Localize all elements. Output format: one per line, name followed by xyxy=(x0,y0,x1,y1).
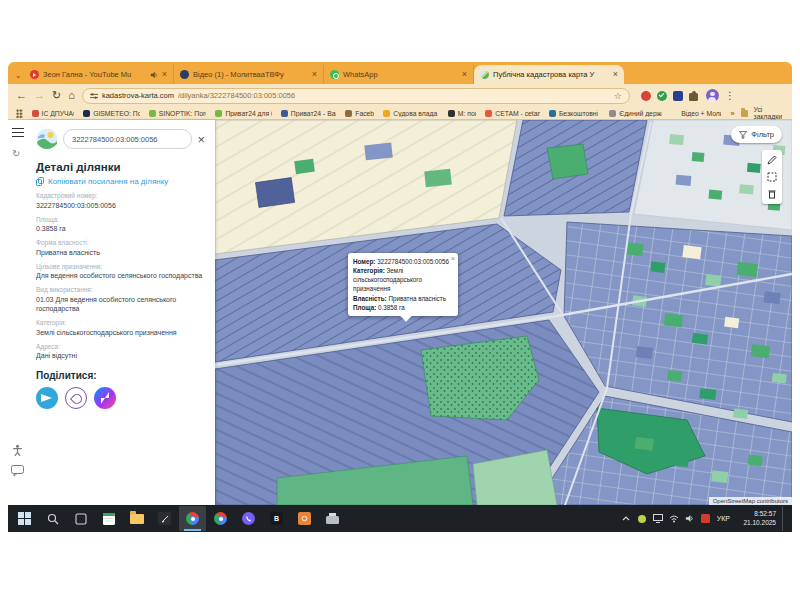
tab-cadastral-map[interactable]: Публічна кадастрова карта У × xyxy=(474,65,624,84)
copy-parcel-link[interactable]: Копіювати посилання на ділянку xyxy=(36,177,205,186)
home-icon[interactable]: ⌂ xyxy=(68,90,75,101)
bookmark-star-icon[interactable]: ☆ xyxy=(614,91,622,101)
extension-adblock-icon[interactable] xyxy=(641,91,651,101)
bookmarks-overflow-icon[interactable]: » xyxy=(730,109,734,118)
bookmark-item[interactable]: GISMETEO: Погода... xyxy=(83,110,140,117)
bookmark-item[interactable]: Єдиний державни... xyxy=(609,110,662,117)
orange-app-icon xyxy=(298,512,311,525)
site-settings-icon[interactable] xyxy=(90,92,98,100)
bookmark-item[interactable]: Судова влада Укра... xyxy=(383,110,438,117)
tray-network-icon[interactable] xyxy=(669,514,679,524)
taskbar-app-chrome[interactable] xyxy=(207,506,234,531)
panel-title: Деталі ділянки xyxy=(36,161,205,173)
taskbar-app-printer[interactable] xyxy=(319,506,346,531)
map-canvas[interactable] xyxy=(215,120,792,505)
desktop: ⌄ Зеон Гална - YouTube Mu × Відео (1) - … xyxy=(0,0,800,600)
taskbar-clock[interactable]: 8:52:57 21.10.2025 xyxy=(736,510,776,528)
task-view-button[interactable] xyxy=(67,506,94,531)
favicon xyxy=(83,110,90,117)
tray-volume-icon[interactable] xyxy=(685,514,695,524)
language-indicator[interactable]: УКР xyxy=(717,515,730,522)
profile-avatar[interactable] xyxy=(706,89,719,102)
browser-window: ⌄ Зеон Гална - YouTube Mu × Відео (1) - … xyxy=(8,62,792,532)
measure-pencil-icon[interactable] xyxy=(767,155,777,165)
viber-icon xyxy=(242,512,255,525)
extension-blue-icon[interactable] xyxy=(673,91,683,101)
bookmark-item[interactable]: Відео + Молитва... xyxy=(671,110,721,117)
taskbar-app-calendar[interactable] xyxy=(95,506,122,531)
bookmark-item[interactable]: Безкоштовні огол... xyxy=(549,110,600,117)
clock-date: 21.10.2025 xyxy=(743,519,776,526)
favicon xyxy=(671,110,678,117)
close-panel-icon[interactable]: × xyxy=(197,133,205,146)
url-path: /dilyanka/3222784500:03:005:0056 xyxy=(178,91,295,100)
refresh-icon[interactable]: ↻ xyxy=(12,148,20,159)
favicon xyxy=(549,110,556,117)
bookmark-item[interactable]: Facebook xyxy=(345,110,374,117)
accessibility-icon[interactable] xyxy=(11,444,24,457)
forward-icon[interactable]: → xyxy=(34,90,45,101)
popup-ownership: Власність: Приватна власність xyxy=(353,294,453,303)
address-bar: ← → ↻ ⌂ kadastrova-karta.com /dilyanka/3… xyxy=(8,84,792,107)
bookmark-item[interactable]: Приват24 - Ваш жи... xyxy=(281,110,336,117)
show-desktop-button[interactable] xyxy=(782,506,785,531)
menu-hamburger-icon[interactable] xyxy=(12,128,24,137)
tab-search-icon[interactable]: ⌄ xyxy=(12,66,24,84)
taskbar-app-notes[interactable] xyxy=(151,506,178,531)
bookmark-item[interactable]: SINOPTIK: Погода в... xyxy=(149,110,207,117)
tray-antivirus-icon[interactable] xyxy=(701,514,711,524)
extension-check-icon[interactable] xyxy=(657,91,667,101)
field-purpose: Цільове призначення: Для ведення особист… xyxy=(36,263,205,281)
system-tray: УКР 8:52:57 21.10.2025 xyxy=(621,506,789,531)
tray-expand-icon[interactable] xyxy=(621,514,631,524)
tab-close-icon[interactable]: × xyxy=(162,70,167,79)
bookmark-item[interactable]: М: пошта xyxy=(448,110,477,117)
share-messenger-icon[interactable] xyxy=(94,387,116,409)
filter-button[interactable]: Фільтр xyxy=(731,126,782,143)
popup-category: Категорія: Землі сільськогосподарського … xyxy=(353,266,453,293)
taskbar-app-file-explorer[interactable] xyxy=(123,506,150,531)
cadastral-search-input[interactable] xyxy=(63,129,192,149)
tab-video[interactable]: Відео (1) - МолитвааТВФу × xyxy=(174,65,324,84)
favicon xyxy=(448,110,455,117)
reload-icon[interactable]: ↻ xyxy=(52,90,61,101)
map-tools xyxy=(762,150,782,204)
extensions-puzzle-icon[interactable] xyxy=(689,91,700,101)
tab-whatsapp[interactable]: WhatsApp × xyxy=(324,65,474,84)
site-left-toolbar: ↻ xyxy=(8,120,28,505)
tab-close-icon[interactable]: × xyxy=(613,70,618,79)
apps-grid-icon[interactable] xyxy=(16,109,23,118)
tray-monitor-icon[interactable] xyxy=(653,514,663,524)
cadastral-map[interactable]: Фільтр × Номер: 32227845 xyxy=(215,120,792,505)
trash-icon[interactable] xyxy=(767,189,777,199)
popup-close-icon[interactable]: × xyxy=(451,254,455,264)
taskbar-search-button[interactable] xyxy=(39,506,66,531)
windows-logo-icon xyxy=(18,512,31,525)
search-icon xyxy=(47,513,59,525)
tab-close-icon[interactable]: × xyxy=(462,70,467,79)
chrome-icon xyxy=(214,512,227,525)
favicon xyxy=(149,110,156,117)
audio-speaker-icon[interactable] xyxy=(150,71,158,79)
bookmark-item[interactable]: ІС ДПУЧАС(12) xyxy=(32,110,75,117)
url-field[interactable]: kadastrova-karta.com /dilyanka/322278450… xyxy=(82,88,630,104)
taskbar-app-viber[interactable] xyxy=(235,506,262,531)
map-attribution[interactable]: OpenStreetMap contributors xyxy=(709,497,792,505)
area-select-icon[interactable] xyxy=(767,172,777,182)
taskbar-app-dark[interactable]: B xyxy=(263,506,290,531)
all-bookmarks-label[interactable]: Усі закладки xyxy=(754,106,784,120)
start-button[interactable] xyxy=(11,506,38,531)
tab-close-icon[interactable]: × xyxy=(312,70,317,79)
feedback-chat-icon[interactable] xyxy=(11,465,24,477)
tray-status-icon[interactable] xyxy=(637,514,647,524)
share-viber-icon[interactable] xyxy=(65,387,87,409)
bookmark-item[interactable]: Приват24 для бізне... xyxy=(215,110,271,117)
favicon xyxy=(32,110,39,117)
taskbar-app-orange[interactable] xyxy=(291,506,318,531)
back-icon[interactable]: ← xyxy=(16,90,27,101)
bookmark-item[interactable]: CETAM - cetam.net... xyxy=(485,110,540,117)
tab-youtube-music[interactable]: Зеон Гална - YouTube Mu × xyxy=(24,65,174,84)
browser-menu-icon[interactable]: ⋮ xyxy=(725,90,735,101)
taskbar-app-chrome-active[interactable] xyxy=(179,506,206,531)
share-telegram-icon[interactable] xyxy=(36,387,58,409)
